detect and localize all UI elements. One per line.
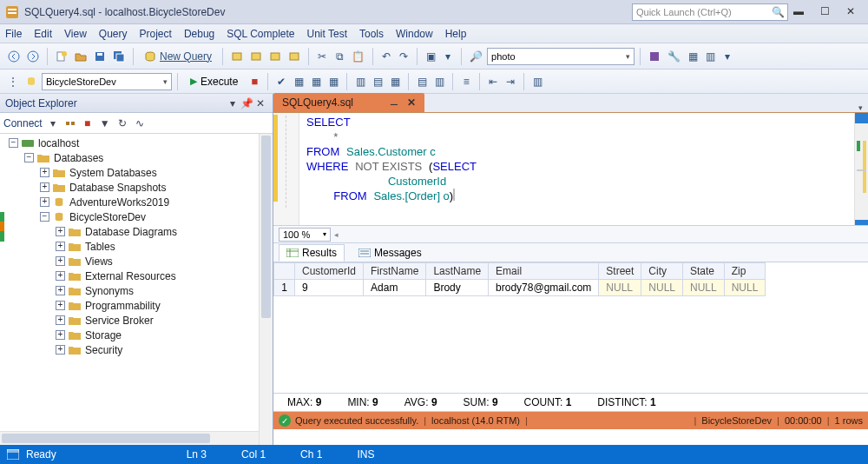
disconnect-button[interactable] [63,116,77,130]
expander[interactable]: + [56,271,65,281]
paste-button[interactable]: 📋 [349,47,367,66]
expander[interactable]: + [56,242,65,251]
save-all-button[interactable] [110,47,128,66]
menu-debug[interactable]: Debug [184,28,214,40]
col-lastname[interactable]: LastName [426,263,489,280]
expander[interactable]: + [56,227,65,236]
database-combo[interactable]: BicycleStoreDev▾ [42,73,172,90]
minimap-scroll[interactable] [854,113,868,225]
mdx-button[interactable] [228,47,246,66]
display-plan-button[interactable]: ▦ [291,72,306,91]
results-grid-button[interactable]: ▥ [352,72,368,91]
menu-sqlcomplete[interactable]: SQL Complete [227,28,294,40]
dropdown-1[interactable]: ▾ [440,47,456,66]
activity-button[interactable]: ∿ [133,116,147,130]
col-rownum[interactable] [274,263,295,280]
tree-scrollbar-v[interactable] [259,134,273,445]
tree-scrollbar-h[interactable] [0,431,259,445]
tab-close-icon[interactable]: ✕ [407,96,416,109]
tool-b4[interactable]: ▥ [702,47,718,66]
expander[interactable]: + [56,315,65,325]
expander[interactable]: − [24,153,34,162]
comment-button[interactable]: ▤ [414,72,430,91]
code-text[interactable]: SELECT * FROM Sales.Customer c WHERE NOT… [299,113,854,225]
node-synonyms[interactable]: Synonyms [85,285,134,297]
col-state[interactable]: State [683,263,725,280]
close-button[interactable]: ✕ [838,3,863,21]
tabs-dropdown[interactable]: ▾ [852,103,868,112]
expander[interactable]: + [56,256,65,266]
open-button[interactable] [72,47,89,66]
search-icon[interactable]: 🔍 [771,6,785,18]
node-sysdb[interactable]: System Databases [69,167,157,179]
maximize-button[interactable]: ☐ [812,3,837,21]
outdent-left-button[interactable]: ⇤ [485,72,501,91]
node-snapshots[interactable]: Database Snapshots [69,182,166,194]
node-storage[interactable]: Storage [85,329,122,341]
col-customerid[interactable]: CustomerId [295,263,364,280]
nav-back-button[interactable] [5,47,23,66]
search-combo[interactable]: photo▾ [487,48,635,65]
save-button[interactable] [91,47,108,66]
dmx-button[interactable] [247,47,265,66]
results-file-button[interactable]: ▦ [387,72,403,91]
minimize-button[interactable]: ▬ [786,3,811,21]
grid-row[interactable]: 1 9 Adam Brody brody78@gmail.com NULL NU… [274,280,766,296]
tool-b1[interactable] [646,47,663,66]
connect-button[interactable]: Connect [3,117,43,129]
stop-refresh-button[interactable]: ■ [81,116,95,130]
find-button[interactable]: 🔎 [467,47,485,66]
tab-messages[interactable]: Messages [352,245,429,261]
parse-button[interactable]: ✔ [273,72,289,91]
panel-dropdown-button[interactable]: ▾ [226,97,240,109]
node-sbroker[interactable]: Service Broker [85,315,154,327]
menu-query[interactable]: Query [99,28,128,40]
col-email[interactable]: Email [489,263,599,280]
include-plan-button[interactable]: ▦ [308,72,324,91]
col-city[interactable]: City [641,263,683,280]
menu-unittest[interactable]: Unit Test [307,28,347,40]
tab-sqlquery4[interactable]: SQLQuery4.sql ⚊ ✕ [273,93,424,112]
expander[interactable]: + [40,168,49,177]
include-stats-button[interactable]: ▦ [326,72,341,91]
outdent-right-button[interactable]: ⇥ [503,72,518,91]
undo-button[interactable]: ↶ [378,47,394,66]
node-server[interactable]: localhost [38,137,79,149]
node-security[interactable]: Security [85,344,122,356]
expander[interactable]: + [40,197,49,207]
col-zip[interactable]: Zip [724,263,766,280]
expander[interactable]: + [40,182,49,192]
change-connection-button[interactable] [23,72,40,91]
new-query-button[interactable]: New Query [139,47,217,66]
cut-button[interactable]: ✂ [314,47,330,66]
results-text-button[interactable]: ▤ [370,72,385,91]
node-prog[interactable]: Programmability [85,300,161,312]
connect-dd[interactable]: ▾ [46,116,60,130]
node-tables[interactable]: Tables [85,241,115,253]
refresh-button[interactable]: ↻ [115,116,129,130]
menu-view[interactable]: View [64,28,87,40]
expander[interactable]: + [56,345,65,355]
menu-window[interactable]: Window [396,28,433,40]
expander[interactable]: + [56,286,65,295]
tool-b3[interactable]: ▦ [685,47,700,66]
zoom-combo[interactable]: 100 %▾ [279,228,331,242]
indent-button[interactable]: ≡ [458,72,474,91]
xmla-button[interactable] [266,47,284,66]
dax-button[interactable] [286,47,303,66]
menu-file[interactable]: File [5,28,22,40]
code-editor[interactable]: SELECT * FROM Sales.Customer c WHERE NOT… [273,113,868,226]
expander[interactable]: − [9,138,18,148]
panel-pin-button[interactable]: 📌 [240,97,253,109]
copy-button[interactable]: ⧉ [332,47,347,66]
dropdown-2[interactable]: ▾ [720,47,735,66]
node-bsd[interactable]: BicycleStoreDev [69,211,146,223]
node-databases[interactable]: Databases [54,152,103,164]
redo-button[interactable]: ↷ [396,47,411,66]
col-street[interactable]: Street [599,263,641,280]
menu-help[interactable]: Help [445,28,467,40]
expander[interactable]: − [40,212,49,222]
tool-b2[interactable]: 🔧 [665,47,683,66]
node-extres[interactable]: External Resources [85,270,176,282]
execute-button[interactable]: ▶Execute [183,72,245,91]
